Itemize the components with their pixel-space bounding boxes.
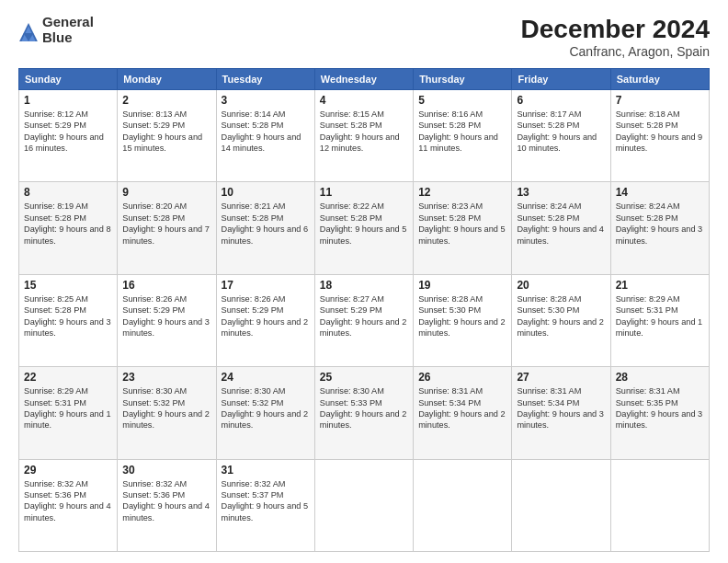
calendar-subtitle: Canfranc, Aragon, Spain [521, 44, 710, 59]
day-info: Sunrise: 8:26 AMSunset: 5:29 PMDaylight:… [122, 293, 210, 339]
day-info: Sunrise: 8:24 AMSunset: 5:28 PMDaylight:… [616, 201, 704, 247]
day-info-line: Sunset: 5:37 PM [222, 490, 284, 500]
day-cell: 29Sunrise: 8:32 AMSunset: 5:36 PMDayligh… [19, 459, 118, 551]
day-cell: 1Sunrise: 8:12 AMSunset: 5:29 PMDaylight… [19, 90, 118, 182]
day-info-line: Daylight: 9 hours and 2 minutes. [418, 317, 506, 338]
day-number: 31 [222, 464, 310, 477]
day-info-line: Sunset: 5:35 PM [616, 398, 678, 408]
day-info-line: Sunset: 5:36 PM [122, 490, 185, 500]
day-info: Sunrise: 8:14 AMSunset: 5:28 PMDaylight:… [222, 109, 310, 155]
day-info: Sunrise: 8:13 AMSunset: 5:29 PMDaylight:… [122, 109, 210, 155]
day-cell: 24Sunrise: 8:30 AMSunset: 5:32 PMDayligh… [216, 367, 314, 459]
day-cell: 15Sunrise: 8:25 AMSunset: 5:28 PMDayligh… [19, 274, 118, 366]
day-cell: 18Sunrise: 8:27 AMSunset: 5:29 PMDayligh… [314, 274, 413, 366]
calendar-table: SundayMondayTuesdayWednesdayThursdayFrid… [18, 68, 710, 552]
day-number: 5 [418, 94, 506, 107]
day-cell: 13Sunrise: 8:24 AMSunset: 5:28 PMDayligh… [512, 182, 610, 274]
day-number: 21 [616, 279, 704, 292]
day-info-line: Daylight: 9 hours and 12 minutes. [320, 132, 400, 153]
day-info-line: Daylight: 9 hours and 3 minutes. [616, 409, 703, 430]
header-cell-thursday: Thursday [414, 69, 512, 90]
day-info-line: Sunset: 5:28 PM [517, 121, 579, 130]
day-info-line: Sunrise: 8:32 AM [222, 479, 286, 488]
day-number: 23 [122, 371, 210, 384]
day-info-line: Sunset: 5:28 PM [418, 121, 481, 130]
day-cell: 5Sunrise: 8:16 AMSunset: 5:28 PMDaylight… [414, 90, 512, 182]
day-info: Sunrise: 8:31 AMSunset: 5:34 PMDaylight:… [517, 385, 605, 431]
day-info: Sunrise: 8:21 AMSunset: 5:28 PMDaylight:… [222, 201, 310, 247]
day-info-line: Sunset: 5:32 PM [222, 398, 284, 408]
day-number: 4 [320, 94, 408, 107]
day-cell: 4Sunrise: 8:15 AMSunset: 5:28 PMDaylight… [314, 90, 413, 182]
day-number: 12 [418, 186, 506, 199]
day-info-line: Sunset: 5:33 PM [320, 398, 382, 408]
day-info-line: Sunset: 5:32 PM [122, 398, 185, 408]
calendar-title: December 2024 [521, 15, 710, 44]
day-info-line: Sunrise: 8:24 AM [517, 201, 581, 211]
day-info-line: Sunrise: 8:29 AM [24, 386, 88, 396]
day-cell: 26Sunrise: 8:31 AMSunset: 5:34 PMDayligh… [414, 367, 512, 459]
day-info-line: Sunrise: 8:28 AM [418, 294, 483, 304]
day-cell: 12Sunrise: 8:23 AMSunset: 5:28 PMDayligh… [414, 182, 512, 274]
day-info-line: Sunset: 5:31 PM [616, 305, 678, 315]
day-info-line: Sunset: 5:28 PM [122, 213, 185, 223]
day-info-line: Sunrise: 8:13 AM [122, 109, 187, 119]
day-number: 26 [418, 371, 506, 384]
day-info-line: Sunset: 5:30 PM [517, 305, 579, 315]
day-number: 7 [616, 94, 704, 107]
day-number: 20 [517, 279, 605, 292]
day-number: 1 [24, 94, 112, 107]
logo-line1: General [42, 15, 94, 30]
day-cell [512, 459, 610, 551]
day-number: 9 [122, 186, 210, 199]
day-info-line: Sunrise: 8:31 AM [418, 386, 483, 396]
day-number: 6 [517, 94, 605, 107]
day-info-line: Sunset: 5:30 PM [418, 305, 481, 315]
day-cell: 2Sunrise: 8:13 AMSunset: 5:29 PMDaylight… [118, 90, 216, 182]
day-number: 11 [320, 186, 408, 199]
day-info: Sunrise: 8:27 AMSunset: 5:29 PMDaylight:… [320, 293, 408, 339]
day-info-line: Sunrise: 8:18 AM [616, 109, 680, 119]
day-cell: 16Sunrise: 8:26 AMSunset: 5:29 PMDayligh… [118, 274, 216, 366]
day-info-line: Daylight: 9 hours and 3 minutes. [24, 317, 111, 338]
day-info-line: Sunrise: 8:24 AM [616, 201, 680, 211]
day-cell: 9Sunrise: 8:20 AMSunset: 5:28 PMDaylight… [118, 182, 216, 274]
day-number: 8 [24, 186, 112, 199]
day-info-line: Sunset: 5:28 PM [320, 121, 382, 130]
day-info-line: Daylight: 9 hours and 3 minutes. [122, 317, 210, 338]
day-info: Sunrise: 8:18 AMSunset: 5:28 PMDaylight:… [616, 109, 704, 155]
day-info-line: Daylight: 9 hours and 11 minutes. [418, 132, 498, 153]
day-info: Sunrise: 8:32 AMSunset: 5:36 PMDaylight:… [122, 478, 210, 524]
day-info-line: Sunrise: 8:28 AM [517, 294, 581, 304]
day-info-line: Daylight: 9 hours and 5 minutes. [222, 501, 309, 522]
day-info-line: Sunrise: 8:27 AM [320, 294, 384, 304]
day-cell: 6Sunrise: 8:17 AMSunset: 5:28 PMDaylight… [512, 90, 610, 182]
day-info: Sunrise: 8:32 AMSunset: 5:36 PMDaylight:… [24, 478, 112, 524]
day-number: 19 [418, 279, 506, 292]
day-info-line: Sunset: 5:36 PM [24, 490, 86, 500]
day-info-line: Sunset: 5:28 PM [616, 121, 678, 130]
day-info-line: Daylight: 9 hours and 2 minutes. [320, 317, 407, 338]
day-cell: 21Sunrise: 8:29 AMSunset: 5:31 PMDayligh… [610, 274, 709, 366]
day-info-line: Daylight: 9 hours and 2 minutes. [418, 409, 506, 430]
day-info-line: Daylight: 9 hours and 4 minutes. [122, 501, 210, 522]
day-info: Sunrise: 8:24 AMSunset: 5:28 PMDaylight:… [517, 201, 605, 247]
day-info-line: Sunrise: 8:26 AM [122, 294, 187, 304]
day-info: Sunrise: 8:30 AMSunset: 5:33 PMDaylight:… [320, 385, 408, 431]
day-info-line: Sunset: 5:29 PM [122, 121, 185, 130]
day-info-line: Sunset: 5:34 PM [418, 398, 481, 408]
day-info-line: Sunrise: 8:20 AM [122, 201, 187, 211]
day-info-line: Sunset: 5:28 PM [517, 213, 579, 223]
day-info-line: Sunrise: 8:25 AM [24, 294, 88, 304]
day-info-line: Sunrise: 8:21 AM [222, 201, 286, 211]
day-cell: 10Sunrise: 8:21 AMSunset: 5:28 PMDayligh… [216, 182, 314, 274]
day-cell: 23Sunrise: 8:30 AMSunset: 5:32 PMDayligh… [118, 367, 216, 459]
day-cell: 31Sunrise: 8:32 AMSunset: 5:37 PMDayligh… [216, 459, 314, 551]
logo-text: General Blue [42, 15, 94, 45]
day-info: Sunrise: 8:19 AMSunset: 5:28 PMDaylight:… [24, 201, 112, 247]
day-cell: 28Sunrise: 8:31 AMSunset: 5:35 PMDayligh… [610, 367, 709, 459]
day-info: Sunrise: 8:22 AMSunset: 5:28 PMDaylight:… [320, 201, 408, 247]
day-info-line: Sunset: 5:28 PM [24, 213, 86, 223]
header-cell-monday: Monday [118, 69, 216, 90]
day-info-line: Daylight: 9 hours and 4 minutes. [24, 501, 111, 522]
